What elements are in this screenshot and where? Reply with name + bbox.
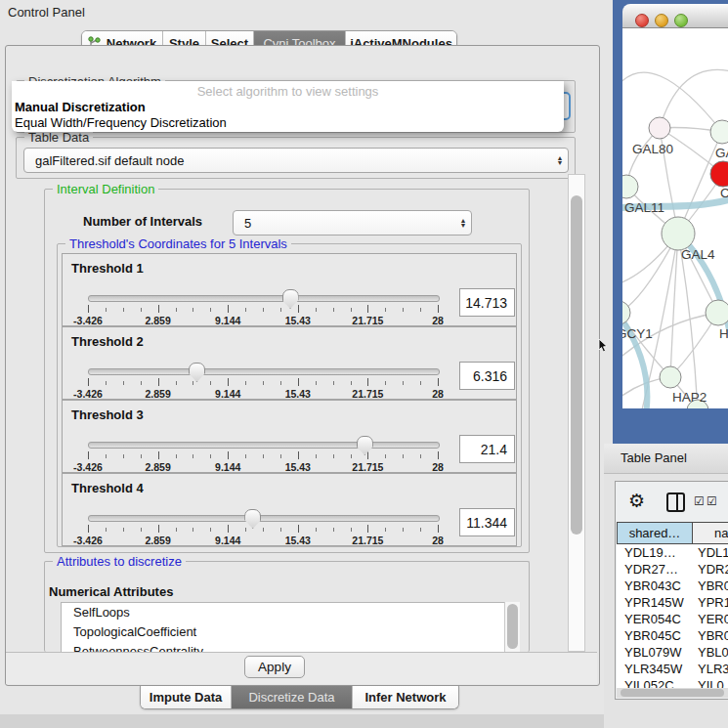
table-row[interactable]: YBR043CYBR0	[617, 578, 728, 594]
nodes[interactable]	[622, 117, 728, 408]
list-item[interactable]: SelfLoops	[62, 603, 504, 622]
cell[interactable]: YBL079W	[617, 644, 698, 661]
tab-impute-data-label: Impute Data	[150, 690, 222, 705]
threshold-3-slider[interactable]: -3.4262.8599.14415.4321.71528	[88, 438, 438, 471]
threshold-1-slider[interactable]: -3.4262.8599.14415.4321.71528	[88, 291, 438, 324]
label-gal4: GAL4	[681, 247, 715, 262]
columns-icon[interactable]	[666, 492, 685, 512]
node-gal11[interactable]	[622, 175, 638, 198]
screen: Control Panel ✕ Network Style Select Cyn…	[0, 0, 728, 728]
list-scrollbar-thumb[interactable]	[507, 604, 518, 649]
cell[interactable]: YBR0	[698, 578, 728, 594]
list-item[interactable]: TopologicalCoefficient	[62, 622, 504, 642]
node-gcy1[interactable]	[622, 301, 630, 324]
cell[interactable]: YBR0	[698, 627, 728, 644]
algorithm-option-manual[interactable]: Manual Discretization	[15, 100, 146, 114]
algorithm-dropdown-popup: Select algorithm to view settings Manual…	[12, 81, 564, 132]
slider-track	[88, 515, 440, 522]
panel-scrollbar[interactable]	[568, 174, 585, 652]
table-panel-title: Table Panel	[621, 450, 687, 465]
control-panel-titlebar	[0, 0, 604, 25]
slider-track	[88, 295, 440, 302]
column-header-name[interactable]: na	[693, 522, 728, 544]
label-gal11: GAL11	[624, 200, 664, 215]
cell[interactable]: YBR043C	[617, 578, 698, 594]
tab-discretize-data-label: Discretize Data	[248, 690, 334, 705]
num-intervals-combo[interactable]: 5 ▲▼	[233, 210, 472, 236]
cell[interactable]: YLR3	[698, 661, 728, 677]
panel-title: Control Panel	[8, 5, 85, 20]
table-row[interactable]: YDR27…YDR2	[617, 561, 728, 578]
threshold-3-label: Threshold 3	[71, 407, 144, 422]
apply-button[interactable]: Apply	[244, 656, 305, 678]
table-data-label: Table Data	[24, 130, 93, 145]
threshold-4-panel: Threshold 4 -3.4262.8599.14415.4321.7152…	[62, 473, 517, 546]
numerical-attributes-label: Numerical Attributes	[49, 584, 173, 599]
table-row[interactable]: YDL19…YDL1	[617, 544, 728, 561]
mouse-cursor	[598, 339, 608, 353]
gear-icon[interactable]: ⚙	[628, 490, 645, 512]
tab-infer-network-label: Infer Network	[364, 690, 446, 705]
node-ga[interactable]	[710, 120, 728, 144]
cell[interactable]: YDL19…	[617, 544, 698, 561]
table-row[interactable]: YBR045CYBR0	[617, 627, 728, 644]
cell[interactable]: YPR1	[698, 594, 728, 611]
slider-track	[88, 368, 440, 375]
table-row[interactable]: YER054CYER0	[617, 611, 728, 627]
num-intervals-label: Number of Intervals	[83, 214, 202, 229]
cell[interactable]: YBL0	[698, 644, 728, 661]
threshold-4-slider[interactable]: -3.4262.8599.14415.4321.71528	[88, 511, 438, 544]
panel-scrollbar-thumb[interactable]	[571, 195, 582, 535]
cell[interactable]: YLR345W	[617, 661, 698, 677]
label-gal80: GAL80	[632, 142, 673, 156]
numerical-attributes-list[interactable]: SelfLoops TopologicalCoefficient Between…	[61, 602, 505, 654]
cell[interactable]: YER0	[698, 611, 728, 627]
cell[interactable]: YBR045C	[617, 627, 698, 644]
slider-ticks	[88, 305, 438, 314]
tab-impute-data[interactable]: Impute Data	[141, 686, 232, 708]
threshold-4-value-field[interactable]: 11.344	[459, 508, 515, 536]
tab-discretize-data[interactable]: Discretize Data	[232, 686, 353, 708]
table-row[interactable]: YPR145WYPR1	[617, 594, 728, 611]
threshold-2-value-field[interactable]: 6.316	[459, 362, 515, 390]
table-horizontal-scrollbar-thumb[interactable]	[621, 689, 724, 697]
node-gal80[interactable]	[649, 117, 670, 139]
minimize-traffic-light-icon[interactable]	[655, 14, 668, 27]
table-header: shared… na	[617, 522, 728, 544]
stepper-icon: ▲▼	[552, 155, 568, 165]
threshold-1-panel: Threshold 1 -3.4262.8599.14415.4321.7152…	[62, 253, 517, 326]
checkbox-icon[interactable]: ☑	[707, 494, 717, 508]
threshold-2-panel: Threshold 2 -3.4262.8599.14415.4321.7152…	[62, 326, 517, 400]
cell[interactable]: YDR2	[698, 561, 728, 578]
column-header-shared[interactable]: shared…	[617, 522, 693, 544]
list-scrollbar[interactable]	[504, 602, 520, 652]
node-h[interactable]	[706, 300, 728, 325]
table-row[interactable]: YBL079WYBL0	[617, 644, 728, 661]
threshold-2-slider[interactable]: -3.4262.8599.14415.4321.71528	[88, 364, 438, 398]
zoom-traffic-light-icon[interactable]	[674, 14, 688, 27]
cell[interactable]: YPR145W	[617, 594, 698, 611]
threshold-4-label: Threshold 4	[71, 481, 144, 495]
node-gal4[interactable]	[662, 217, 695, 250]
label-ga: GA	[715, 146, 728, 160]
table-row[interactable]: YLR345WYLR3	[617, 661, 728, 677]
threshold-3-panel: Threshold 3 -3.4262.8599.14415.4321.7152…	[62, 400, 517, 473]
threshold-2-label: Threshold 2	[71, 334, 144, 349]
cell[interactable]: YDL1	[698, 544, 728, 561]
node-hap2[interactable]	[660, 366, 681, 388]
threshold-1-value-field[interactable]: 14.713	[459, 288, 515, 317]
algorithm-option-equal-width[interactable]: Equal Width/Frequency Discretization	[15, 115, 227, 130]
network-canvas[interactable]: GAL80 GA C GAL11 GAL4 GCY1 H HAP2	[622, 28, 728, 408]
table-data-combo[interactable]: galFiltered.sif default node ▲▼	[23, 148, 569, 173]
slider-track	[88, 442, 440, 449]
table-panel-inner: ⚙ ☑ ☑ shared… na YDL19…YDL1 YDR27…YDR2 Y…	[615, 481, 728, 700]
table-horizontal-scrollbar[interactable]	[617, 688, 728, 698]
threshold-3-value-field[interactable]: 21.4	[459, 435, 515, 463]
cell[interactable]: YDR27…	[617, 561, 698, 578]
close-traffic-light-icon[interactable]	[635, 14, 649, 27]
checkbox-icon[interactable]: ☑	[694, 494, 705, 508]
attributes-group-label: Attributes to discretize	[53, 554, 186, 569]
cell[interactable]: YER054C	[617, 611, 698, 627]
network-window-titlebar[interactable]	[622, 4, 728, 28]
tab-infer-network[interactable]: Infer Network	[353, 686, 458, 708]
